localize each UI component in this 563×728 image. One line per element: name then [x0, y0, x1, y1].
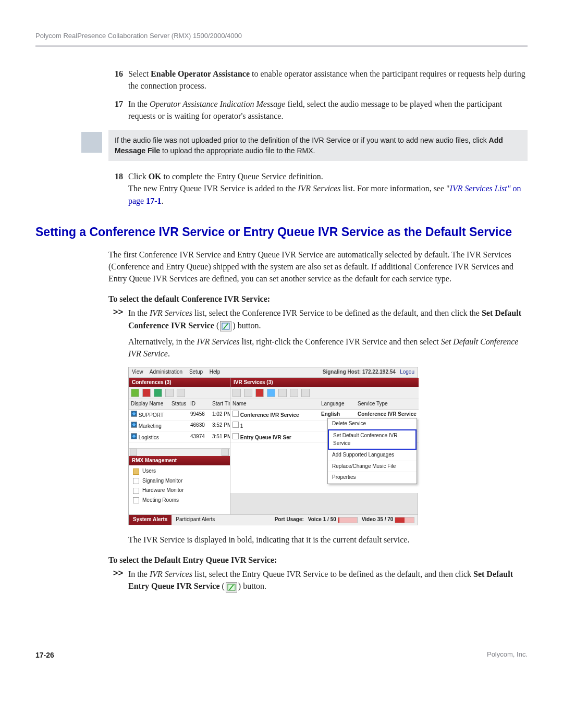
- scroll-right-icon[interactable]: [222, 449, 229, 456]
- ctx-set-default-conf-ivr[interactable]: Set Default Conference IVR Service: [328, 429, 417, 450]
- toolbar-icon[interactable]: [131, 389, 139, 397]
- ctx-add-supported-languages[interactable]: Add Supported Languages: [328, 450, 417, 461]
- signal-host-value: 172.22.192.54: [362, 369, 396, 375]
- ivr-services-panel-header: IVR Services (3): [230, 378, 419, 388]
- running-header: Polycom RealPresence Collaboration Serve…: [35, 31, 528, 45]
- page-number: 17-26: [35, 650, 54, 660]
- procedure-step: >> In the IVR Services list, select the …: [108, 568, 528, 593]
- intro-paragraph: The first Conference IVR Service and Ent…: [108, 249, 528, 285]
- conference-icon: [131, 411, 137, 417]
- step-number: 17: [108, 98, 128, 122]
- toolbar-icon[interactable]: [244, 389, 252, 397]
- voice-value: 1 / 50: [323, 516, 336, 524]
- embedded-screenshot: View Administration Setup Help Signaling…: [128, 367, 418, 525]
- toolbar-icon[interactable]: [154, 389, 162, 397]
- folder-icon: [133, 468, 139, 475]
- video-gauge: [395, 517, 414, 523]
- video-value: 35 / 70: [377, 516, 394, 524]
- room-icon: [133, 497, 139, 503]
- toolbar-icon[interactable]: [142, 389, 151, 397]
- rmx-management-header: RMX Management: [129, 456, 230, 466]
- conference-icon: [131, 422, 137, 428]
- signal-host-label: Signaling Host:: [323, 369, 361, 375]
- mgmt-item-hardware-monitor[interactable]: Hardware Monitor: [129, 486, 230, 496]
- menubar: View Administration Setup Help Signaling…: [129, 367, 418, 378]
- after-screenshot-note: The IVR Service is displayed in bold, in…: [128, 534, 528, 546]
- menu-administration[interactable]: Administration: [150, 369, 182, 375]
- tab-system-alerts[interactable]: System Alerts: [129, 515, 172, 525]
- ctx-replace-music-file[interactable]: Replace/Change Music File: [328, 461, 417, 473]
- port-usage-label: Port Usage:: [275, 516, 304, 524]
- ctx-delete-service[interactable]: Delete Service: [328, 418, 417, 430]
- procedure-heading: To select the default Conference IVR Ser…: [108, 293, 528, 305]
- logout-link[interactable]: Logou: [400, 369, 414, 375]
- numbered-steps: 16 Select Enable Operator Assistance to …: [108, 68, 528, 122]
- toolbar-icon[interactable]: [278, 389, 287, 397]
- voice-label: Voice: [308, 516, 322, 524]
- conferences-panel-header: Conferences (3): [129, 378, 230, 388]
- table-row[interactable]: Logistics 439743:51 PM: [129, 432, 230, 443]
- scroll-left-icon[interactable]: [130, 449, 137, 456]
- voice-gauge: [338, 517, 358, 523]
- ctx-properties[interactable]: Properties: [328, 472, 417, 484]
- header-rule: [35, 45, 528, 47]
- menu-help[interactable]: Help: [210, 369, 221, 375]
- section-heading: Setting a Conference IVR Service or Entr…: [35, 225, 528, 240]
- video-label: Video: [362, 516, 376, 524]
- toolbar-icon[interactable]: [232, 389, 241, 397]
- menu-view[interactable]: View: [132, 369, 143, 375]
- conference-icon: [131, 433, 137, 439]
- toolbar-icon[interactable]: [290, 389, 298, 397]
- ivr-toolbar: [230, 387, 419, 399]
- toolbar-icon[interactable]: [255, 389, 264, 397]
- set-default-conf-ivr-icon: [220, 321, 231, 331]
- set-default-eq-ivr-icon: [226, 582, 237, 593]
- conferences-toolbar: [129, 387, 230, 399]
- step-number: 18: [108, 170, 128, 207]
- service-icon: [232, 411, 239, 417]
- mgmt-item-meeting-rooms[interactable]: Meeting Rooms: [129, 496, 230, 505]
- company-name: Polycom, Inc.: [487, 650, 528, 660]
- hardware-icon: [133, 488, 139, 494]
- service-icon: [232, 422, 239, 428]
- service-icon: [232, 433, 239, 439]
- toolbar-icon[interactable]: [301, 389, 310, 397]
- table-row[interactable]: SUPPORT 994561:02 PM: [129, 410, 230, 421]
- ivr-column-headers: Name Language Service Type: [230, 399, 419, 410]
- context-menu: Delete Service Set Default Conference IV…: [327, 418, 417, 484]
- procedure-heading: To select the Default Entry Queue IVR Se…: [108, 554, 528, 566]
- toolbar-icon[interactable]: [177, 389, 185, 397]
- step-body: Click OK to complete the Entry Queue Ser…: [128, 170, 528, 207]
- page-footer: 17-26 Polycom, Inc.: [35, 650, 528, 660]
- note-text: If the audio file was not uploaded prior…: [108, 130, 528, 162]
- menu-setup[interactable]: Setup: [189, 369, 203, 375]
- mgmt-item-signaling-monitor[interactable]: Signaling Monitor: [129, 476, 230, 486]
- note-icon: [81, 132, 102, 153]
- tab-participant-alerts[interactable]: Participant Alerts: [172, 515, 219, 525]
- table-row[interactable]: Marketing 466303:52 PM: [129, 421, 230, 432]
- step-body: Select Enable Operator Assistance to ena…: [128, 68, 528, 92]
- mgmt-item-users[interactable]: Users: [129, 466, 230, 476]
- toolbar-icon[interactable]: [267, 389, 275, 397]
- note-callout: If the audio file was not uploaded prior…: [35, 130, 528, 162]
- step-number: 16: [108, 68, 128, 92]
- status-bar: System Alerts Participant Alerts Port Us…: [129, 514, 418, 525]
- monitor-icon: [133, 478, 139, 484]
- procedure-step: >> In the IVR Services list, select the …: [108, 307, 528, 360]
- conferences-column-headers: Display Name Status ID Start Tim: [129, 399, 230, 410]
- toolbar-icon[interactable]: [165, 389, 174, 397]
- step-body: In the Operator Assistance Indication Me…: [128, 98, 528, 122]
